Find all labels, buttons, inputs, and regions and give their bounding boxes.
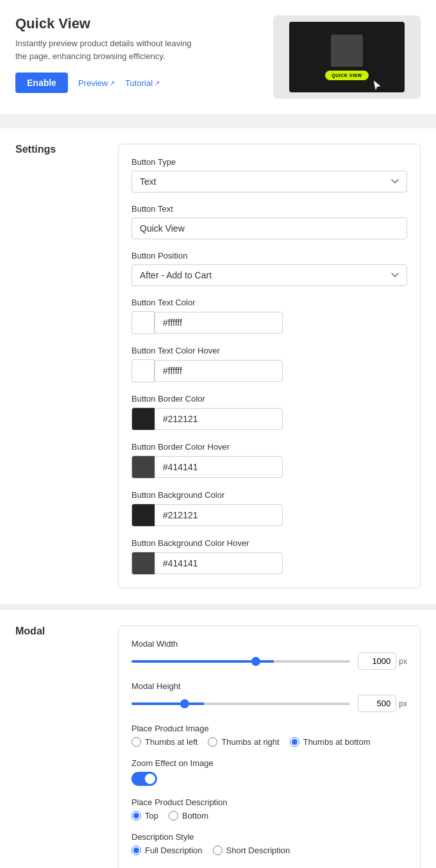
place-product-image-group: Thumbs at left Thumbs at right Thumbs at… [131, 737, 407, 747]
button-type-label: Button Type [131, 157, 407, 167]
button-text-color-hover-label: Button Text Color Hover [131, 346, 407, 355]
place-product-description-group: Top Bottom [131, 811, 407, 821]
description-bottom-option[interactable]: Bottom [169, 811, 208, 821]
button-text-field: Button Text [131, 204, 407, 239]
thumbs-right-radio[interactable] [208, 737, 217, 747]
settings-panel: Button Type Text Icon Text + Icon Button… [118, 144, 421, 588]
modal-height-unit: px [399, 699, 407, 708]
preview-link[interactable]: Preview ↗ [78, 78, 115, 88]
modal-section: Modal Modal Width px Modal Height px [0, 610, 436, 868]
button-bg-color-picker [131, 504, 407, 527]
description-top-option[interactable]: Top [131, 811, 158, 821]
button-border-color-swatch[interactable] [131, 407, 155, 430]
button-bg-color-field: Button Background Color [131, 490, 407, 527]
button-text-color-input[interactable] [155, 312, 283, 334]
description-top-radio[interactable] [131, 811, 141, 821]
modal-width-slider[interactable] [131, 660, 350, 663]
modal-width-unit: px [399, 657, 407, 666]
button-text-color-swatch[interactable] [131, 311, 155, 334]
zoom-effect-toggle[interactable] [131, 772, 157, 786]
hero-section: Quick View Instantly preview product det… [0, 0, 436, 114]
full-description-option[interactable]: Full Description [131, 846, 203, 855]
thumbs-right-option[interactable]: Thumbs at right [208, 737, 279, 747]
place-product-description-label: Place Product Description [131, 797, 407, 807]
button-text-color-field: Button Text Color [131, 298, 407, 334]
button-bg-color-hover-swatch[interactable] [131, 552, 155, 575]
thumbs-bottom-radio[interactable] [290, 737, 299, 747]
thumbs-left-option[interactable]: Thumbs at left [131, 737, 197, 747]
cursor-icon [373, 80, 382, 91]
button-bg-color-swatch[interactable] [131, 504, 155, 527]
button-text-color-hover-picker [131, 359, 407, 382]
modal-height-slider[interactable] [131, 702, 350, 705]
modal-width-label: Modal Width [131, 639, 407, 649]
button-border-color-label: Button Border Color [131, 394, 407, 404]
button-text-color-hover-input[interactable] [155, 360, 283, 382]
enable-button[interactable]: Enable [15, 72, 68, 93]
button-position-label: Button Position [131, 251, 407, 260]
modal-width-input[interactable] [358, 652, 396, 670]
hero-description: Instantly preview product details withou… [15, 37, 195, 62]
settings-label: Settings [15, 144, 118, 588]
place-product-image-label: Place Product Image [131, 724, 407, 733]
button-border-color-hover-label: Button Border Color Hover [131, 442, 407, 452]
modal-height-input[interactable] [358, 695, 396, 712]
place-product-description-field: Place Product Description Top Bottom [131, 797, 407, 821]
button-border-color-hover-picker [131, 455, 407, 479]
modal-width-value-box: px [358, 652, 407, 670]
separator-2 [0, 604, 436, 610]
button-border-color-field: Button Border Color [131, 394, 407, 430]
external-link-icon-2: ↗ [155, 80, 160, 87]
settings-section: Settings Button Type Text Icon Text + Ic… [0, 128, 436, 604]
zoom-effect-slider [131, 772, 157, 786]
place-product-image-field: Place Product Image Thumbs at left Thumb… [131, 724, 407, 747]
button-position-select[interactable]: After - Add to Cart Before - Add to Cart… [131, 264, 407, 286]
button-text-input[interactable] [131, 217, 407, 239]
button-position-field: Button Position After - Add to Cart Befo… [131, 251, 407, 286]
modal-height-field: Modal Height px [131, 681, 407, 712]
button-border-color-picker [131, 407, 407, 430]
hero-preview-image: QUICK VIEW [273, 15, 421, 99]
separator-1 [0, 122, 436, 128]
button-bg-color-hover-picker [131, 552, 407, 575]
short-description-radio[interactable] [213, 846, 222, 855]
button-text-color-hover-swatch[interactable] [131, 359, 155, 382]
modal-width-field: Modal Width px [131, 639, 407, 670]
preview-quick-view-button: QUICK VIEW [325, 71, 368, 80]
button-bg-color-input[interactable] [155, 504, 283, 526]
button-text-color-hover-field: Button Text Color Hover [131, 346, 407, 382]
button-bg-color-hover-field: Button Background Color Hover [131, 538, 407, 575]
hero-actions: Enable Preview ↗ Tutorial ↗ [15, 72, 273, 93]
full-description-radio[interactable] [131, 846, 141, 855]
thumbs-bottom-option[interactable]: Thumbs at bottom [290, 737, 371, 747]
description-style-label: Description Style [131, 832, 407, 842]
hero-title: Quick View [15, 15, 273, 32]
button-bg-color-hover-input[interactable] [155, 552, 283, 574]
tutorial-link[interactable]: Tutorial ↗ [125, 78, 160, 88]
button-bg-color-label: Button Background Color [131, 490, 407, 500]
button-border-color-hover-field: Button Border Color Hover [131, 442, 407, 479]
button-border-color-input[interactable] [155, 408, 283, 430]
modal-label: Modal [15, 625, 118, 868]
thumbs-left-radio[interactable] [131, 737, 141, 747]
description-bottom-radio[interactable] [169, 811, 178, 821]
description-style-group: Full Description Short Description [131, 846, 407, 855]
modal-height-slider-row: px [131, 695, 407, 712]
button-type-field: Button Type Text Icon Text + Icon [131, 157, 407, 192]
button-text-label: Button Text [131, 204, 407, 214]
modal-height-label: Modal Height [131, 681, 407, 691]
modal-height-value-box: px [358, 695, 407, 712]
button-border-color-hover-swatch[interactable] [131, 455, 155, 479]
hero-content: Quick View Instantly preview product det… [15, 15, 273, 93]
modal-panel: Modal Width px Modal Height px P [118, 625, 421, 868]
zoom-effect-label: Zoom Effect on Image [131, 758, 407, 768]
button-bg-color-hover-label: Button Background Color Hover [131, 538, 407, 548]
zoom-effect-toggle-wrap [131, 772, 407, 786]
button-border-color-hover-input[interactable] [155, 456, 283, 478]
preview-mockup: QUICK VIEW [289, 22, 405, 92]
button-type-select[interactable]: Text Icon Text + Icon [131, 171, 407, 192]
button-text-color-picker [131, 311, 407, 334]
short-description-option[interactable]: Short Description [213, 846, 290, 855]
external-link-icon: ↗ [110, 80, 115, 87]
modal-width-slider-row: px [131, 652, 407, 670]
